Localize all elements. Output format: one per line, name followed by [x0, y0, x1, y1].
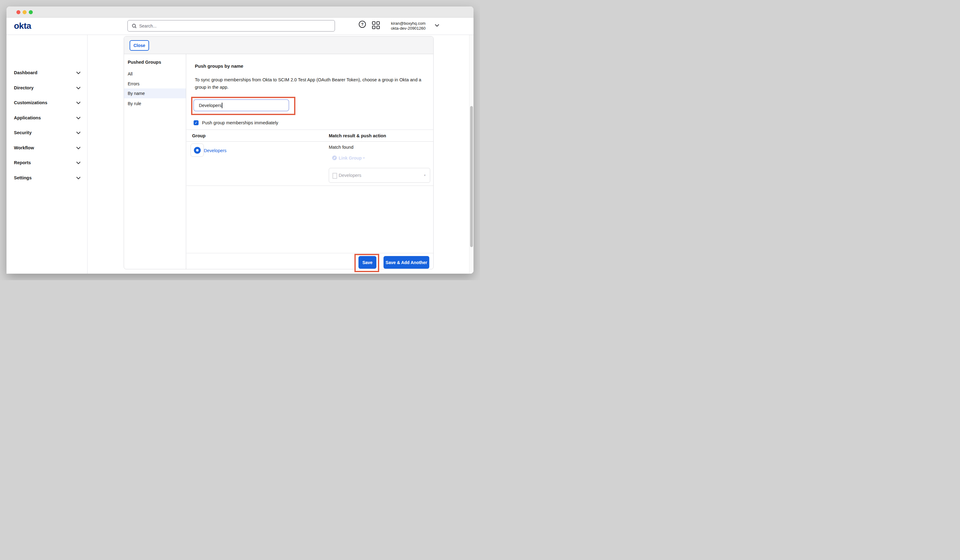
chevron-down-icon	[77, 132, 80, 134]
link-group-label: Link Group	[339, 155, 362, 160]
chevron-down-icon	[77, 147, 80, 149]
top-nav: okta Search... ? kiran@boxyhq.com okta-d…	[6, 18, 474, 35]
desktop: okta Search... ? kiran@boxyhq.com okta-d…	[0, 0, 480, 280]
apps-grid-icon[interactable]	[372, 21, 380, 29]
group-search-input[interactable]: Developers	[193, 99, 289, 111]
chevron-down-icon	[77, 117, 80, 119]
sidebar-item-security[interactable]: Security	[6, 128, 87, 138]
sidebar-item-workflow[interactable]: Workflow	[6, 144, 87, 153]
link-icon	[332, 155, 337, 160]
column-header-group: Group	[192, 133, 206, 138]
sidebar-item-settings[interactable]: Settings	[6, 173, 87, 183]
text-cursor	[222, 102, 222, 108]
table-row-divider	[187, 186, 433, 186]
zoom-window-button[interactable]	[29, 10, 33, 14]
nav-item-errors[interactable]: Errors	[124, 79, 186, 89]
column-header-match: Match result & push action	[329, 133, 386, 138]
browser-window: okta Search... ? kiran@boxyhq.com okta-d…	[6, 6, 474, 274]
sidebar-item-directory[interactable]: Directory	[6, 83, 87, 93]
save-button[interactable]: Save	[358, 256, 376, 269]
search-input[interactable]: Search...	[127, 20, 335, 32]
table-header-divider	[187, 141, 433, 142]
group-avatar	[190, 144, 204, 157]
push-groups-dialog: Close Pushed Groups All Errors By name B…	[124, 36, 434, 269]
dialog-header: Close	[124, 37, 433, 54]
form-description: To sync group memberships from Okta to S…	[195, 76, 430, 91]
footer-divider	[187, 253, 433, 253]
chevron-down-icon	[77, 72, 80, 74]
pushed-groups-nav: Pushed Groups All Errors By name By rule	[124, 54, 186, 269]
minimize-window-button[interactable]	[22, 10, 27, 14]
group-search-value: Developers	[199, 103, 221, 108]
okta-logo: okta	[14, 21, 31, 31]
pushed-groups-title: Pushed Groups	[128, 60, 161, 65]
chevron-down-icon	[77, 177, 80, 179]
group-name-link[interactable]: Developers	[204, 148, 226, 153]
nav-item-all[interactable]: All	[124, 69, 186, 79]
search-placeholder: Search...	[139, 24, 157, 29]
nav-item-by-name[interactable]: By name	[124, 88, 186, 98]
account-org: okta-dev-20901260	[383, 26, 433, 31]
scrollbar-thumb[interactable]	[470, 106, 473, 247]
push-by-name-form: Push groups by name To sync group member…	[187, 54, 433, 269]
push-immediately-checkbox[interactable]: ✓	[194, 120, 198, 125]
search-icon	[132, 24, 137, 29]
close-button[interactable]: Close	[130, 40, 149, 51]
group-circle-icon	[194, 147, 201, 154]
select-arrow-icon: ▾	[424, 173, 426, 177]
match-status: Match found	[329, 145, 354, 150]
sidebar-item-dashboard[interactable]: Dashboard	[6, 68, 87, 78]
account-chevron-down-icon[interactable]	[435, 24, 439, 27]
linked-group-select[interactable]: Developers ▾	[329, 168, 430, 183]
chevron-down-icon	[77, 102, 80, 104]
push-immediately-label: Push group memberships immediately	[202, 120, 278, 125]
table-top-divider	[187, 130, 433, 130]
chevron-down-icon	[77, 87, 80, 90]
sidebar-nav: Dashboard Directory Customizations Appli…	[6, 35, 88, 274]
link-group-arrow-icon: ▾	[363, 156, 365, 160]
sidebar-item-customizations[interactable]: Customizations	[6, 98, 87, 108]
sidebar-item-reports[interactable]: Reports	[6, 158, 87, 168]
form-title: Push groups by name	[195, 63, 243, 69]
nav-item-by-rule[interactable]: By rule	[124, 99, 186, 109]
account-menu[interactable]: kiran@boxyhq.com okta-dev-20901260	[383, 21, 433, 31]
window-titlebar	[6, 6, 474, 18]
account-email: kiran@boxyhq.com	[383, 21, 433, 26]
sidebar-item-applications[interactable]: Applications	[6, 114, 87, 123]
save-add-another-button[interactable]: Save & Add Another	[384, 256, 429, 269]
linked-group-value: Developers	[339, 173, 361, 178]
chevron-down-icon	[77, 162, 80, 164]
linked-group-placeholder-icon	[333, 173, 337, 179]
help-icon[interactable]: ?	[359, 21, 366, 28]
close-window-button[interactable]	[16, 10, 21, 14]
